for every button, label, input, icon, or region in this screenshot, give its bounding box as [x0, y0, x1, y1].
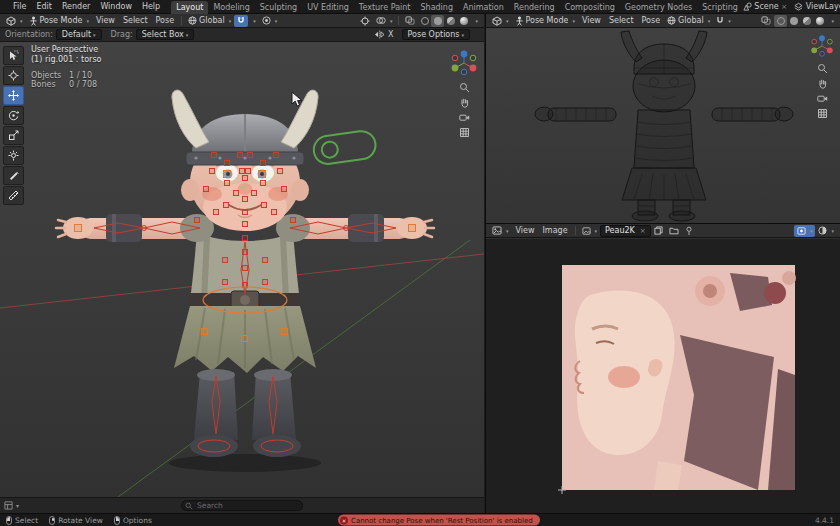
- transform-orientation-selector[interactable]: Global: [185, 15, 234, 27]
- pin-image-toggle[interactable]: [682, 225, 696, 237]
- pan-hand-icon[interactable]: [459, 97, 470, 108]
- editor-type-button[interactable]: [489, 15, 512, 27]
- menu-help[interactable]: Help: [137, 0, 165, 14]
- menu-pose[interactable]: Pose: [152, 16, 179, 25]
- shading-solid-button[interactable]: [787, 15, 800, 27]
- xray-toggle[interactable]: [758, 15, 774, 27]
- axis-gizmo[interactable]: [809, 33, 835, 59]
- material-shading-icon: [447, 17, 455, 25]
- secondary-viewport-canvas[interactable]: [486, 28, 840, 224]
- menu-select[interactable]: Select: [605, 16, 638, 25]
- menu-view[interactable]: View: [512, 226, 539, 235]
- status-bar: Select Rotate View Options ✕ Cannot chan…: [0, 513, 840, 526]
- browse-image-button[interactable]: [579, 225, 601, 237]
- snap-toggle[interactable]: [713, 15, 734, 27]
- channels-selector[interactable]: [815, 225, 837, 237]
- tab-shading[interactable]: Shading: [415, 1, 458, 14]
- menu-image[interactable]: Image: [539, 226, 572, 235]
- asset-shelf-catalog-button[interactable]: ▾: [4, 501, 19, 510]
- snap-settings-button[interactable]: [248, 15, 259, 27]
- tool-cursor[interactable]: [3, 66, 24, 85]
- tab-uv-editing[interactable]: UV Editing: [302, 1, 354, 14]
- shading-material-button[interactable]: [800, 15, 813, 27]
- image-unlink-icon[interactable]: ×: [640, 227, 646, 235]
- menu-select[interactable]: Select: [119, 16, 152, 25]
- transform-orientation-selector[interactable]: Global: [664, 15, 713, 27]
- tab-rendering[interactable]: Rendering: [509, 1, 560, 14]
- tab-layout[interactable]: Layout: [171, 1, 208, 14]
- camera-view-icon[interactable]: [817, 93, 828, 104]
- shading-rendered-button[interactable]: [457, 15, 470, 27]
- image-display-mode-button[interactable]: [794, 225, 816, 237]
- shading-solid-button[interactable]: [431, 15, 444, 27]
- tool-select-box[interactable]: [3, 46, 24, 65]
- tab-texture-paint[interactable]: Texture Paint: [354, 1, 416, 14]
- zoom-icon[interactable]: [817, 63, 828, 74]
- workspace-tabs: Layout Modeling Sculpting UV Editing Tex…: [171, 0, 743, 14]
- shading-wireframe-button[interactable]: [418, 15, 431, 27]
- pose-mode-icon: [515, 16, 524, 26]
- snap-toggle[interactable]: [234, 15, 248, 27]
- mode-selector[interactable]: Pose Mode: [512, 15, 578, 27]
- tab-sculpting[interactable]: Sculpting: [255, 1, 302, 14]
- error-toast[interactable]: ✕ Cannot change Pose when 'Rest Position…: [338, 515, 540, 526]
- shading-rendered-button[interactable]: [813, 15, 826, 27]
- menu-render[interactable]: Render: [57, 0, 95, 14]
- menu-edit[interactable]: Edit: [31, 0, 57, 14]
- mode-selector[interactable]: Pose Mode: [26, 15, 92, 27]
- tab-scripting[interactable]: Scripting: [697, 1, 743, 14]
- tab-modeling[interactable]: Modeling: [208, 1, 254, 14]
- tab-compositing[interactable]: Compositing: [560, 1, 620, 14]
- pose-mode-icon: [29, 16, 38, 26]
- drag-dropdown[interactable]: Select Box: [136, 29, 195, 40]
- editor-type-button[interactable]: [3, 15, 26, 27]
- menu-file[interactable]: File: [8, 0, 31, 14]
- tab-animation[interactable]: Animation: [458, 1, 509, 14]
- image-editor-canvas[interactable]: [486, 239, 840, 513]
- scene-selector[interactable]: Scene ×: [743, 2, 787, 11]
- magnet-icon: [237, 16, 245, 25]
- open-image-button[interactable]: [666, 225, 682, 237]
- asset-search-input[interactable]: [181, 500, 303, 511]
- tool-transform[interactable]: [3, 146, 24, 165]
- shading-material-button[interactable]: [444, 15, 457, 27]
- solid-shading-icon: [790, 17, 798, 25]
- viewport-toolbar: [3, 46, 24, 205]
- mirror-x-toggle[interactable]: X: [388, 30, 393, 39]
- shading-settings-button[interactable]: [826, 15, 837, 27]
- scene-unlink-icon[interactable]: ×: [781, 3, 787, 11]
- menu-window[interactable]: Window: [95, 0, 137, 14]
- tool-measure[interactable]: [3, 186, 24, 205]
- tool-rotate[interactable]: [3, 106, 24, 125]
- new-image-button[interactable]: [651, 225, 666, 237]
- grid-toggle-icon[interactable]: [459, 127, 470, 138]
- topbar: File Edit Render Window Help Layout Mode…: [0, 0, 840, 14]
- camera-view-icon[interactable]: [459, 112, 470, 123]
- tool-annotate[interactable]: [3, 166, 24, 185]
- overlays-toggle[interactable]: [373, 15, 396, 27]
- tab-geometry-nodes[interactable]: Geometry Nodes: [620, 1, 697, 14]
- menu-view[interactable]: View: [92, 16, 119, 25]
- pan-hand-icon[interactable]: [817, 78, 828, 89]
- viewport-3d-canvas[interactable]: User Perspective (1) rig.001 : torso Obj…: [0, 42, 484, 497]
- editor-type-button[interactable]: [489, 225, 512, 237]
- zoom-icon[interactable]: [459, 82, 470, 93]
- grid-toggle-icon[interactable]: [817, 108, 828, 119]
- orientation-dropdown[interactable]: Default: [56, 29, 102, 40]
- left-mouse-icon: [6, 516, 12, 525]
- shading-settings-button[interactable]: [470, 15, 481, 27]
- menu-view[interactable]: View: [578, 16, 605, 25]
- shading-wireframe-button[interactable]: [774, 15, 787, 27]
- menu-pose[interactable]: Pose: [638, 16, 665, 25]
- view-layer-selector[interactable]: ViewLayer ×: [794, 2, 840, 11]
- blender-window: File Edit Render Window Help Layout Mode…: [0, 0, 840, 526]
- axis-gizmo[interactable]: [449, 48, 479, 78]
- secondary-viewport-header: Pose Mode View Select Pose Global: [486, 14, 840, 28]
- proportional-edit-button[interactable]: [259, 15, 281, 27]
- pose-options-dropdown[interactable]: Pose Options: [402, 29, 470, 40]
- xray-toggle[interactable]: [402, 15, 418, 27]
- show-gizmo-toggle[interactable]: [357, 15, 373, 27]
- tool-scale[interactable]: [3, 126, 24, 145]
- image-name-field[interactable]: Peau2K ×: [600, 225, 651, 237]
- tool-move[interactable]: [3, 86, 24, 105]
